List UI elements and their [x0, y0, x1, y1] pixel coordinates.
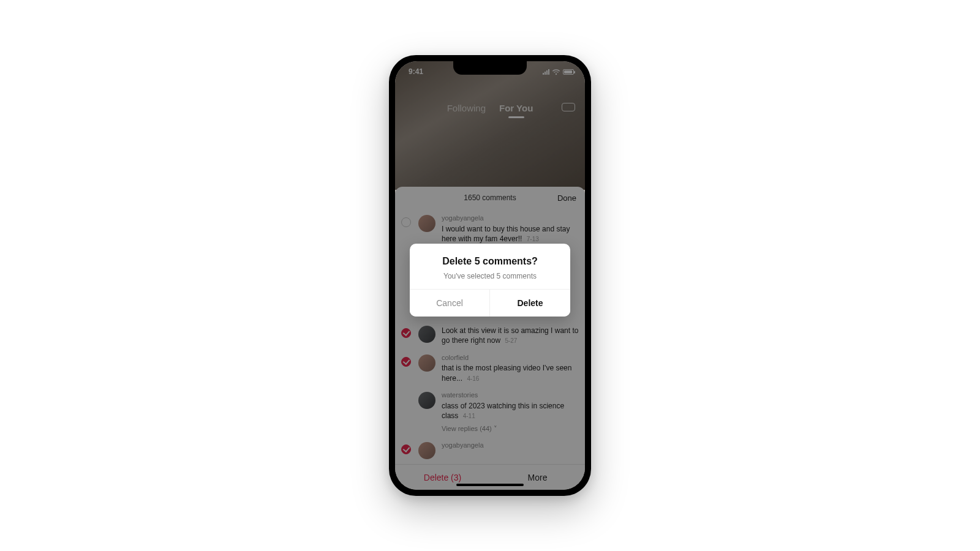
- comment-row[interactable]: colorfield that is the most pleasing vid…: [401, 350, 579, 387]
- comment-text: I would want to buy this house and stay …: [442, 225, 570, 243]
- comment-text: class of 2023 watching this in science c…: [442, 402, 564, 420]
- dialog-title: Delete 5 comments?: [421, 256, 559, 267]
- comment-body: Look at this view it is so amazing I wan…: [442, 324, 579, 345]
- comment-time: 5-27: [505, 337, 517, 344]
- dialog-actions: Cancel Delete: [410, 289, 570, 317]
- select-checkbox[interactable]: [401, 217, 411, 227]
- avatar[interactable]: [418, 442, 435, 459]
- comment-time: 7-13: [527, 236, 539, 242]
- comment-sheet: 1650 comments Done yogabyangela I would …: [395, 187, 585, 490]
- confirm-dialog: Delete 5 comments? You've selected 5 com…: [410, 244, 570, 317]
- select-checkbox[interactable]: [401, 444, 411, 454]
- comment-body: yogabyangela: [442, 441, 579, 451]
- phone-frame: 9:41 Following For You 1650 comments Don…: [389, 55, 591, 496]
- avatar[interactable]: [418, 354, 435, 372]
- comment-username[interactable]: yogabyangela: [442, 441, 579, 450]
- notch: [453, 61, 527, 75]
- comment-text: that is the most pleasing video I've see…: [442, 364, 571, 382]
- comment-row[interactable]: yogabyangela I would want to buy this ho…: [401, 210, 579, 247]
- view-replies[interactable]: View replies (44) ˅: [442, 424, 579, 433]
- comment-body: waterstories class of 2023 watching this…: [442, 391, 579, 433]
- delete-selected-button[interactable]: Delete (3): [395, 473, 490, 482]
- home-indicator[interactable]: [456, 484, 524, 486]
- status-right: [543, 69, 574, 75]
- avatar[interactable]: [418, 326, 435, 343]
- select-checkbox[interactable]: [401, 357, 411, 367]
- delete-button[interactable]: Delete: [490, 290, 570, 317]
- dialog-body: Delete 5 comments? You've selected 5 com…: [410, 244, 570, 289]
- cancel-button[interactable]: Cancel: [410, 290, 490, 317]
- comment-time: 4-16: [467, 375, 479, 382]
- sheet-header: 1650 comments Done: [395, 187, 585, 209]
- screen: 9:41 Following For You 1650 comments Don…: [395, 61, 585, 490]
- tab-following[interactable]: Following: [447, 103, 486, 113]
- wifi-icon: [552, 69, 560, 75]
- done-button[interactable]: Done: [557, 187, 576, 209]
- comment-count: 1650 comments: [464, 193, 516, 202]
- live-icon[interactable]: [562, 103, 575, 111]
- dialog-subtitle: You've selected 5 comments: [421, 272, 559, 280]
- comment-row[interactable]: waterstories class of 2023 watching this…: [401, 387, 579, 437]
- status-time: 9:41: [409, 67, 423, 76]
- more-button[interactable]: More: [490, 473, 585, 482]
- signal-icon: [543, 69, 549, 75]
- tab-for-you[interactable]: For You: [499, 103, 533, 113]
- feed-tabs: Following For You: [395, 103, 585, 113]
- comment-row[interactable]: Look at this view it is so amazing I wan…: [401, 321, 579, 349]
- select-checkbox[interactable]: [401, 328, 411, 338]
- battery-icon: [563, 69, 574, 75]
- avatar[interactable]: [418, 392, 435, 409]
- comment-row[interactable]: yogabyangela: [401, 437, 579, 463]
- comment-body: colorfield that is the most pleasing vid…: [442, 353, 579, 383]
- comment-username[interactable]: colorfield: [442, 353, 579, 362]
- comment-body: yogabyangela I would want to buy this ho…: [442, 214, 579, 244]
- comment-username[interactable]: waterstories: [442, 391, 579, 400]
- avatar[interactable]: [418, 215, 435, 232]
- comment-time: 4-11: [463, 413, 475, 419]
- comment-username[interactable]: yogabyangela: [442, 214, 579, 223]
